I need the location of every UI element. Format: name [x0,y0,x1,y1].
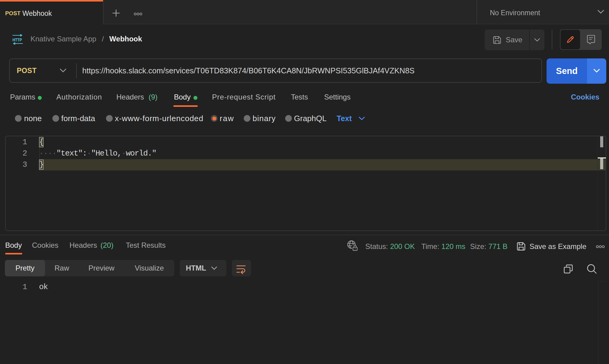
svg-text:HTTP: HTTP [12,37,22,42]
